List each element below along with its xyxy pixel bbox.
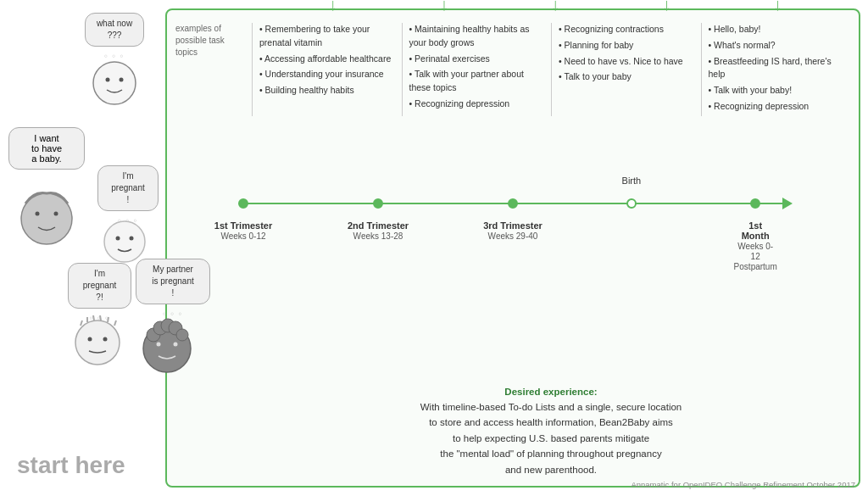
timeline-arrow <box>782 198 793 209</box>
timeline-dot-1st-month <box>750 198 760 209</box>
col4-item5: Recognizing depression <box>709 100 844 114</box>
col3-item1: Recognizing contractions <box>559 23 694 36</box>
timeline-dot-3rd <box>508 198 518 209</box>
arrow-2: ↓ <box>440 0 448 14</box>
svg-point-16 <box>116 237 120 241</box>
svg-point-14 <box>103 337 108 342</box>
what-now-face <box>92 59 138 110</box>
left-characters-area: what now ??? I wantto havea baby. I'mpre… <box>0 0 186 496</box>
svg-point-0 <box>93 62 136 104</box>
col3-item3: Need to have vs. Nice to have <box>559 55 694 69</box>
1st-trimester-weeks: Weeks 0-12 <box>220 231 265 241</box>
svg-line-7 <box>81 320 82 326</box>
col1-item2: Accessing affordable healthcare <box>259 53 395 66</box>
what-now-bubble: what now ??? <box>85 13 144 47</box>
i-want-bubble: I wantto havea baby. <box>8 127 85 170</box>
im-pregnant-text: I'mpregnant! <box>111 171 144 204</box>
svg-point-4 <box>36 212 40 216</box>
i-want-face <box>17 187 76 250</box>
partner-bubble: My partneris pregnant! <box>136 259 210 304</box>
desired-title: Desired experience: <box>504 387 597 397</box>
svg-line-9 <box>93 315 94 320</box>
col4-item2: What's normal? <box>709 39 844 53</box>
col2-item1: Maintaining healthy habits as your body … <box>409 23 545 50</box>
col2-item4: Recognizing depression <box>409 98 545 111</box>
arrow-5: ↓ <box>773 0 782 14</box>
footer-credit: Annamatic for OpenIDEO Challenge Refinem… <box>631 480 855 489</box>
timeline-area: Birth 1st Trimester Weeks 0-12 2nd Trime… <box>175 176 850 243</box>
desired-experience-box: Desired experience: With timeline-based … <box>252 384 850 477</box>
1st-month-name: 1st Month <box>734 220 777 241</box>
start-here-label: start here <box>17 452 125 479</box>
im-pregnant-bubble: I'mpregnant! <box>97 165 159 211</box>
col-3rd-trimester: Recognizing contractions Planning for ba… <box>551 23 701 116</box>
timeline-labels: 1st Trimester Weeks 0-12 2nd Trimester W… <box>243 220 782 254</box>
i-want-character: I wantto havea baby. <box>8 127 85 170</box>
col-1st-trimester: Remembering to take your prenatal vitami… <box>252 23 402 116</box>
desired-text: With timeline-based To-do Lists and a si… <box>420 402 682 475</box>
partner-text: My partneris pregnant! <box>152 265 193 298</box>
tl-label-1st: 1st Trimester Weeks 0-12 <box>214 220 272 241</box>
col1-item3: Understanding your insurance <box>259 68 395 81</box>
im-pregnant-q-bubble: I'mpregnant?! <box>68 263 131 309</box>
arrow-1: ↓ <box>329 0 337 14</box>
svg-point-24 <box>157 343 161 347</box>
col-2nd-trimester: Maintaining healthy habits as your body … <box>402 23 552 116</box>
col1-item1: Remembering to take your prenatal vitami… <box>259 23 395 50</box>
svg-point-17 <box>130 237 134 241</box>
birth-label: Birth <box>622 176 642 186</box>
2nd-trimester-weeks: Weeks 13-28 <box>353 231 403 241</box>
svg-point-2 <box>120 78 124 82</box>
svg-point-23 <box>176 329 188 341</box>
tl-label-2nd: 2nd Trimester Weeks 13-28 <box>348 220 409 241</box>
1st-trimester-name: 1st Trimester <box>214 220 272 231</box>
i-want-text: I wantto havea baby. <box>31 133 62 164</box>
col4-item4: Talk with your baby! <box>709 84 844 98</box>
svg-line-11 <box>108 317 108 322</box>
col2-item3: Talk with your partner about these topic… <box>409 68 545 95</box>
arrow-4: ↓ <box>662 0 670 14</box>
col-1st-month: Hello, baby! What's normal? Breastfeedin… <box>701 23 851 116</box>
svg-line-10 <box>100 315 101 320</box>
col1-item4: Building healthy habits <box>259 84 395 98</box>
timeline-dot-start <box>238 198 248 209</box>
svg-point-25 <box>174 343 178 347</box>
main-content-box: ↓ ↓ ↓ ↓ ↓ examples of possible task topi… <box>165 8 860 488</box>
col3-item4: Talk to your baby <box>559 70 694 84</box>
col4-item3: Breastfeeding IS hard, there's help <box>709 55 844 82</box>
svg-line-12 <box>114 320 116 326</box>
svg-point-15 <box>104 221 145 262</box>
what-now-text: what now ??? <box>97 19 132 40</box>
partner-face <box>140 316 195 376</box>
timeline-line-container <box>243 191 782 216</box>
svg-point-13 <box>88 337 92 342</box>
3rd-trimester-weeks: Weeks 29-40 <box>488 231 538 241</box>
svg-point-6 <box>75 320 120 365</box>
timeline-dot-2nd <box>373 198 383 209</box>
1st-month-weeks: Weeks 0-12 Postpartum <box>734 242 777 271</box>
svg-point-1 <box>106 78 110 82</box>
col4-item1: Hello, baby! <box>709 23 844 36</box>
columns-area: examples of possible task topics Remembe… <box>175 23 850 116</box>
3rd-trimester-name: 3rd Trimester <box>483 220 542 231</box>
2nd-trimester-name: 2nd Trimester <box>348 220 409 231</box>
top-arrows: ↓ ↓ ↓ ↓ ↓ <box>167 0 859 14</box>
tl-label-3rd: 3rd Trimester Weeks 29-40 <box>483 220 542 241</box>
svg-point-5 <box>54 212 58 216</box>
col-label: examples of possible task topics <box>175 23 252 116</box>
col3-item2: Planning for baby <box>559 39 694 53</box>
timeline-dot-birth <box>626 198 637 209</box>
im-pregnant-q-face <box>72 315 123 371</box>
im-pregnant-q-text: I'mpregnant?! <box>83 269 116 302</box>
arrow-3: ↓ <box>551 0 559 14</box>
tl-label-1st-month: 1st Month Weeks 0-12 Postpartum <box>734 220 777 271</box>
col2-item2: Perinatal exercises <box>409 53 545 66</box>
